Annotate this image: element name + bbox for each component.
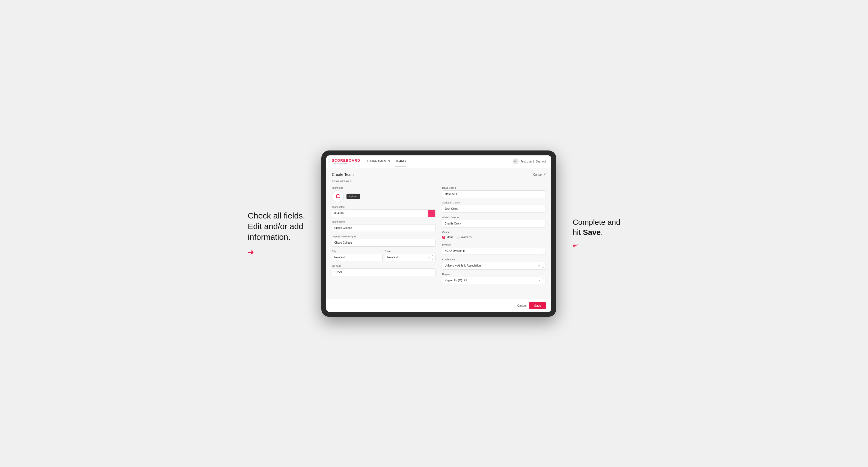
- athletic-director-input[interactable]: [442, 220, 546, 227]
- gender-group: Gender Mens Womens: [442, 231, 546, 240]
- section-label: TEAM DETAILS: [332, 180, 546, 183]
- annotation-line2: Edit and/or add: [248, 222, 303, 231]
- team-name-group: Team name: [332, 220, 435, 232]
- athletic-director-group: Athletic Director: [442, 216, 546, 227]
- assistant-coach-label: Assistant Coach: [442, 201, 546, 204]
- cancel-header-button[interactable]: Cancel ✕: [533, 173, 546, 176]
- division-select-wrapper: ⌃⌄: [442, 247, 546, 255]
- city-input[interactable]: [332, 254, 382, 261]
- conference-label: Conference: [442, 258, 546, 261]
- display-name-group: Display name (unique): [332, 235, 435, 247]
- form-header: Create Team Cancel ✕: [332, 172, 546, 177]
- form-title: Create Team: [332, 172, 353, 177]
- save-button[interactable]: Save: [529, 302, 546, 309]
- region-label: Region: [442, 273, 546, 276]
- zip-input[interactable]: [332, 269, 435, 276]
- region-group: Region ✕ ⌃⌄: [442, 273, 546, 284]
- team-colour-group: Team colour: [332, 206, 435, 217]
- display-name-label: Display name (unique): [332, 235, 435, 238]
- city-group: City: [332, 250, 382, 261]
- team-colour-input[interactable]: [332, 210, 428, 217]
- assistant-coach-input[interactable]: [442, 205, 546, 213]
- upload-button[interactable]: Upload: [346, 194, 360, 199]
- annotation-left: Check all fields. Edit and/or add inform…: [248, 210, 305, 257]
- colour-swatch[interactable]: [428, 210, 435, 217]
- division-group: Division ⌃⌄: [442, 243, 546, 255]
- head-coach-label: Head Coach: [442, 187, 546, 189]
- team-logo-group: Team logo C Upload: [332, 187, 435, 203]
- conference-input[interactable]: [442, 262, 546, 270]
- conference-clear-icon[interactable]: ✕: [538, 264, 540, 267]
- navbar: SCOREBOARD Powered by clippit TOURNAMENT…: [326, 155, 551, 168]
- brand: SCOREBOARD Powered by clippit: [332, 159, 360, 164]
- conference-select-wrapper: ✕ ⌃⌄: [442, 262, 546, 270]
- nav-teams[interactable]: TEAMS: [395, 156, 406, 167]
- brand-sub: Powered by clippit: [332, 162, 360, 164]
- annotation-right-emphasis: Save: [583, 228, 601, 237]
- form-footer: Cancel Save: [326, 299, 551, 312]
- team-name-input[interactable]: [332, 224, 435, 232]
- annotation-line1: Check all fields.: [248, 211, 305, 220]
- colour-row: [332, 210, 435, 217]
- state-clear-icon[interactable]: ✕: [428, 256, 430, 259]
- division-label: Division: [442, 243, 546, 246]
- sign-out-link[interactable]: Sign out: [536, 160, 546, 163]
- logo-circle: C: [332, 190, 344, 203]
- arrow-left-icon: ➜: [248, 248, 305, 257]
- gender-label: Gender: [442, 231, 546, 234]
- form-right: Head Coach Assistant Coach Athletic Dire…: [442, 187, 546, 284]
- user-avatar: TU: [513, 158, 519, 164]
- cancel-footer-button[interactable]: Cancel: [517, 304, 526, 307]
- head-coach-input[interactable]: [442, 190, 546, 198]
- athletic-director-label: Athletic Director: [442, 216, 546, 219]
- brand-name: SCOREBOARD: [332, 159, 360, 162]
- region-clear-icon[interactable]: ✕: [538, 279, 540, 282]
- head-coach-group: Head Coach: [442, 187, 546, 198]
- form-left: Team logo C Upload Team colour: [332, 187, 435, 284]
- state-label: State: [385, 250, 435, 253]
- gender-womens-option[interactable]: Womens: [457, 236, 471, 239]
- assistant-coach-group: Assistant Coach: [442, 201, 546, 213]
- city-state-group: City State ✕ ⌃⌄: [332, 250, 435, 261]
- team-colour-label: Team colour: [332, 206, 435, 208]
- team-logo-label: Team logo: [332, 187, 435, 189]
- gender-womens-label: Womens: [461, 236, 471, 239]
- nav-tournaments[interactable]: TOURNAMENTS: [367, 156, 390, 167]
- display-name-input[interactable]: [332, 239, 435, 247]
- state-group: State ✕ ⌃⌄: [385, 250, 435, 261]
- logo-letter: C: [336, 193, 340, 200]
- zip-label: Zip code: [332, 264, 435, 268]
- tablet-frame: SCOREBOARD Powered by clippit TOURNAMENT…: [321, 151, 556, 317]
- city-label: City: [332, 250, 382, 253]
- division-input[interactable]: [442, 247, 546, 255]
- main-content: Create Team Cancel ✕ TEAM DETAILS Team l…: [326, 168, 551, 299]
- arrow-right-icon: ↙: [571, 240, 581, 250]
- annotation-line3: information.: [248, 232, 290, 242]
- close-icon: ✕: [544, 173, 546, 176]
- tablet-screen: SCOREBOARD Powered by clippit TOURNAMENT…: [326, 155, 551, 312]
- gender-mens-radio[interactable]: [442, 236, 445, 239]
- annotation-right-line2: hit: [572, 228, 583, 237]
- region-input[interactable]: [442, 277, 546, 284]
- gender-mens-option[interactable]: Mens: [442, 236, 453, 239]
- state-select-wrapper: ✕ ⌃⌄: [385, 254, 435, 261]
- team-name-label: Team name: [332, 220, 435, 223]
- zip-group: Zip code: [332, 264, 435, 276]
- region-select-wrapper: ✕ ⌃⌄: [442, 277, 546, 284]
- annotation-right-line1: Complete and: [572, 218, 620, 226]
- form-grid: Team logo C Upload Team colour: [332, 187, 546, 284]
- conference-group: Conference ✕ ⌃⌄: [442, 258, 546, 270]
- city-state-row: City State ✕ ⌃⌄: [332, 250, 435, 261]
- gender-womens-radio[interactable]: [457, 236, 460, 239]
- nav-links: TOURNAMENTS TEAMS: [367, 156, 513, 167]
- user-name: Test User |: [521, 160, 534, 163]
- nav-right: TU Test User | Sign out: [513, 158, 546, 164]
- gender-radio-group: Mens Womens: [442, 235, 546, 240]
- annotation-right: Complete and hit Save. ↙: [572, 217, 620, 250]
- gender-mens-label: Mens: [446, 236, 453, 239]
- logo-section: C Upload: [332, 190, 435, 203]
